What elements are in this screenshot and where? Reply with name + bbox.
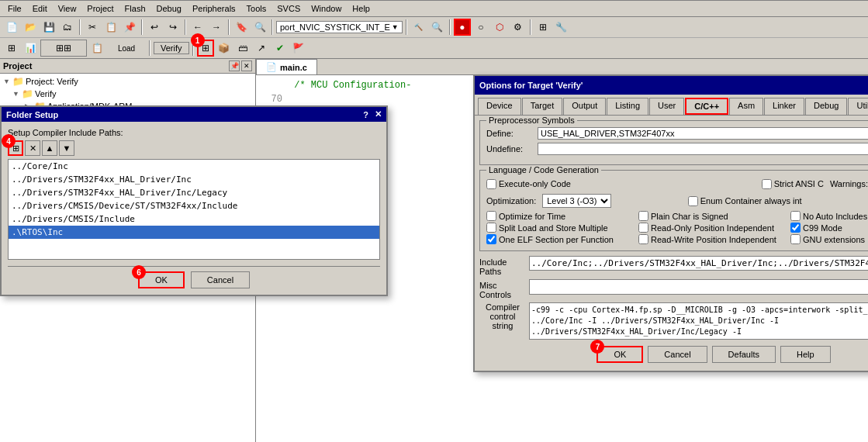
menu-tools[interactable]: Tools xyxy=(242,2,271,15)
tab-cc[interactable]: C/C++ xyxy=(685,98,728,115)
save-btn[interactable]: 💾 xyxy=(40,19,57,36)
read-only-check[interactable]: Read-Only Position Independent xyxy=(638,223,789,233)
nav-fwd-btn[interactable]: → xyxy=(208,19,225,36)
open-btn[interactable]: 📂 xyxy=(22,19,39,36)
menu-window[interactable]: Window xyxy=(306,2,346,15)
tree-verify[interactable]: ▼ 📁 Verify xyxy=(11,88,254,100)
gnu-ext-check[interactable]: GNU extensions xyxy=(790,234,868,244)
arrow-btn[interactable]: ↗ xyxy=(253,40,270,57)
options-help-btn[interactable]: Help xyxy=(780,346,831,363)
c99-check[interactable]: C99 Mode xyxy=(790,223,868,233)
bookmark-btn[interactable]: 🔖 xyxy=(233,19,250,36)
build-btn[interactable]: 🔨 xyxy=(410,19,427,36)
menu-help[interactable]: Help xyxy=(348,2,375,15)
read-only-cb[interactable] xyxy=(638,223,648,233)
circle-btn[interactable]: ○ xyxy=(472,19,489,36)
target-dropdown[interactable]: port_NVIC_SYSTICK_INT_E ▼ xyxy=(276,21,403,33)
strict-ansi-check[interactable]: Strict ANSI C xyxy=(762,179,824,189)
tools-btn[interactable]: 🔧 xyxy=(553,19,570,36)
tree-root[interactable]: ▼ 📁 Project: Verify xyxy=(2,75,254,88)
tab-linker[interactable]: Linker xyxy=(764,98,804,115)
close-icon[interactable]: ✕ xyxy=(375,109,382,119)
settings-btn[interactable]: ⚙ xyxy=(510,19,527,36)
zoom-btn[interactable]: 🔍 xyxy=(429,19,446,36)
tb2-btn3[interactable]: ⊞⊞ xyxy=(40,40,87,57)
pack-btn[interactable]: 🗃 xyxy=(234,40,251,57)
tab-target[interactable]: Target xyxy=(522,98,563,115)
path-item-1[interactable]: ../Drivers/STM32F4xx_HAL_Driver/Inc xyxy=(9,173,379,186)
path-list[interactable]: ../Core/Inc ../Drivers/STM32F4xx_HAL_Dri… xyxy=(8,159,380,260)
enum-container-check[interactable]: Enum Container always int xyxy=(688,196,802,206)
one-elf-check[interactable]: One ELF Section per Function xyxy=(486,234,637,244)
hex-btn[interactable]: ⬡ xyxy=(491,19,508,36)
split-load-check[interactable]: Split Load and Store Multiple xyxy=(486,223,637,233)
panel-close-btn[interactable]: ✕ xyxy=(241,60,252,71)
define-input[interactable] xyxy=(538,127,868,140)
opt-time-check[interactable]: Optimize for Time xyxy=(486,211,637,221)
redo-btn[interactable]: ↪ xyxy=(164,19,182,36)
path-item-2[interactable]: ../Drivers/STM32F4xx_HAL_Driver/Inc/Lega… xyxy=(9,186,379,199)
pkg-btn[interactable]: 📦 xyxy=(216,40,233,57)
undefine-input[interactable] xyxy=(538,143,868,155)
strict-ansi-cb[interactable] xyxy=(762,179,772,189)
execute-only-check[interactable]: Execute-only Code xyxy=(486,179,571,189)
menu-debug[interactable]: Debug xyxy=(152,2,186,15)
include-paths-input[interactable] xyxy=(529,256,868,271)
plain-char-check[interactable]: Plain Char is Signed xyxy=(638,211,789,221)
menu-file[interactable]: File xyxy=(3,2,26,15)
tab-utilities[interactable]: Utilities xyxy=(848,98,868,115)
help-char[interactable]: ? xyxy=(363,110,368,119)
paste-btn[interactable]: 📌 xyxy=(121,19,138,36)
tb2-btn5[interactable]: Load xyxy=(107,40,146,57)
menu-project[interactable]: Project xyxy=(82,2,118,15)
cut-btn[interactable]: ✂ xyxy=(84,19,101,36)
menu-view[interactable]: View xyxy=(54,2,81,15)
copy-btn[interactable]: 📋 xyxy=(102,19,119,36)
folder-cancel-btn[interactable]: Cancel xyxy=(191,271,250,288)
options-defaults-btn[interactable]: Defaults xyxy=(712,346,776,363)
undo-btn[interactable]: ↩ xyxy=(146,19,163,36)
path-item-0[interactable]: ../Core/Inc xyxy=(9,160,379,173)
tab-device[interactable]: Device xyxy=(478,98,521,115)
tb2-btn2[interactable]: 📊 xyxy=(22,40,39,57)
stop-btn[interactable]: ● xyxy=(454,19,471,36)
enum-container-cb[interactable] xyxy=(688,196,698,206)
remove-path-btn[interactable]: ✕ xyxy=(25,140,40,156)
check-btn[interactable]: ✔ xyxy=(271,40,289,57)
optimize-select[interactable]: Level 3 (-O3) xyxy=(542,194,611,208)
menu-svcs[interactable]: SVCS xyxy=(272,2,305,15)
no-auto-check[interactable]: No Auto Includes xyxy=(790,211,868,221)
verify-button[interactable]: Verify xyxy=(154,42,189,54)
flag-btn[interactable]: 🚩 xyxy=(290,40,307,57)
path-item-4[interactable]: ../Drivers/CMSIS/Include xyxy=(9,212,379,226)
save-all-btn[interactable]: 🗂 xyxy=(59,19,76,36)
misc-controls-input[interactable] xyxy=(529,279,868,295)
move-down-btn[interactable]: ▼ xyxy=(59,140,74,156)
menu-flash[interactable]: Flash xyxy=(120,2,150,15)
tab-user[interactable]: User xyxy=(649,98,684,115)
read-write-check[interactable]: Read-Write Position Independent xyxy=(638,234,789,244)
menu-edit[interactable]: Edit xyxy=(28,2,52,15)
move-up-btn[interactable]: ▲ xyxy=(42,140,57,156)
tab-main-c[interactable]: 📄 main.c xyxy=(256,59,317,74)
no-auto-cb[interactable] xyxy=(790,211,801,221)
path-item-3[interactable]: ../Drivers/CMSIS/Device/ST/STM32F4xx/Inc… xyxy=(9,199,379,212)
tab-debug[interactable]: Debug xyxy=(805,98,847,115)
tab-asm[interactable]: Asm xyxy=(729,98,763,115)
path-item-5[interactable]: .\RTOS\Inc 5 xyxy=(9,226,379,239)
tab-output[interactable]: Output xyxy=(563,98,606,115)
gnu-ext-cb[interactable] xyxy=(790,234,801,244)
execute-only-cb[interactable] xyxy=(486,179,496,189)
layout-btn[interactable]: ⊞ xyxy=(534,19,552,36)
options-cancel-btn[interactable]: Cancel xyxy=(648,346,707,363)
tb2-btn1[interactable]: ⊞ xyxy=(3,40,20,57)
panel-pin-btn[interactable]: 📌 xyxy=(229,60,240,71)
new-btn[interactable]: 📄 xyxy=(3,19,20,36)
find-btn[interactable]: 🔍 xyxy=(251,19,268,36)
tb2-btn4[interactable]: 📋 xyxy=(88,40,105,57)
split-load-cb[interactable] xyxy=(486,223,496,233)
plain-char-cb[interactable] xyxy=(638,211,648,221)
c99-cb[interactable] xyxy=(790,223,801,233)
opt-time-cb[interactable] xyxy=(486,211,496,221)
menu-peripherals[interactable]: Peripherals xyxy=(188,2,240,15)
